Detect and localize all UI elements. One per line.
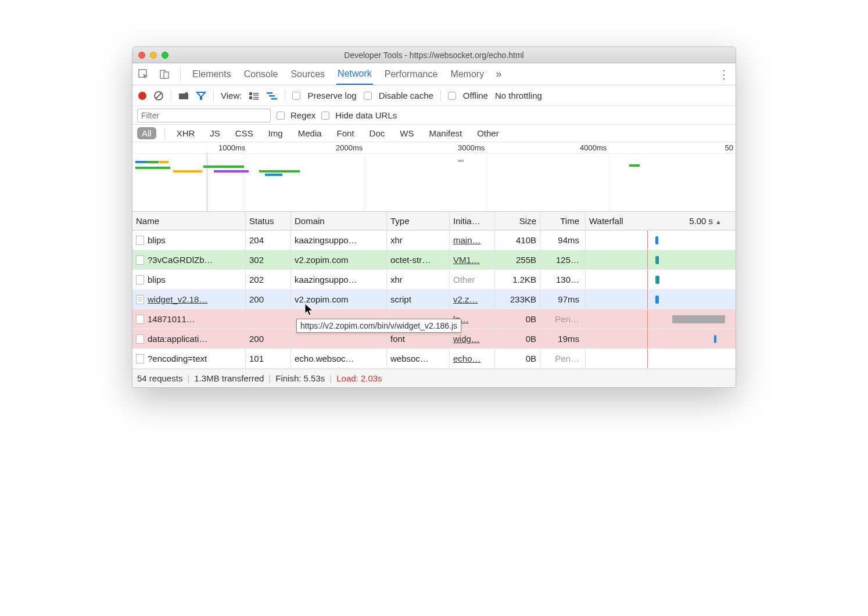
regex-checkbox[interactable] (277, 111, 285, 120)
view-waterfall-icon[interactable] (266, 92, 278, 100)
type-filter-row: AllXHRJSCSSImgMediaFontDocWSManifestOthe… (132, 125, 736, 142)
status-requests: 54 requests (137, 373, 182, 383)
disable-cache-label[interactable]: Disable cache (379, 91, 433, 100)
table-header: Name Status Domain Type Initia… Size Tim… (132, 212, 736, 230)
column-initiator[interactable]: Initia… (450, 212, 495, 230)
preserve-log-checkbox[interactable] (292, 92, 300, 100)
waterfall-cell (586, 270, 725, 289)
inspect-element-icon[interactable] (138, 69, 149, 80)
hover-tooltip: https://v2.zopim.com/bin/v/widget_v2.186… (296, 319, 461, 333)
tick-label: 2000ms (336, 143, 363, 152)
mouse-cursor-icon (304, 303, 315, 317)
minimize-window-button[interactable] (150, 52, 157, 59)
capture-screenshots-icon[interactable] (178, 92, 189, 100)
tab-network[interactable]: Network (336, 63, 373, 85)
disable-cache-checkbox[interactable] (364, 92, 372, 100)
table-row[interactable]: blips202kaazingsuppo…xhrOther1.2KB130… (132, 270, 736, 290)
waterfall-cell (586, 230, 725, 250)
divider (285, 90, 285, 102)
devtools-window: Developer Tools - https://websocket.org/… (132, 46, 736, 388)
titlebar: Developer Tools - https://websocket.org/… (132, 47, 736, 63)
request-name: data:applicati… (148, 334, 207, 344)
type-filter-media[interactable]: Media (295, 127, 325, 139)
table-row[interactable]: blips204kaazingsuppo…xhrmain…410B94ms (132, 230, 736, 250)
type-filter-doc[interactable]: Doc (366, 127, 389, 139)
type-filter-css[interactable]: CSS (232, 127, 257, 139)
column-waterfall[interactable]: Waterfall 5.00 s▲ (586, 212, 725, 230)
svg-rect-9 (253, 95, 259, 96)
settings-kebab-icon[interactable]: ⋮ (718, 67, 730, 81)
request-name: 14871011… (148, 314, 195, 324)
divider (180, 68, 181, 81)
offline-checkbox[interactable] (448, 92, 456, 100)
file-icon (136, 236, 144, 245)
file-icon (136, 334, 144, 344)
filter-icon[interactable] (196, 91, 206, 101)
table-row[interactable]: widget_v2.18…200v2.zopim.comscriptv2.z…2… (132, 290, 736, 309)
close-window-button[interactable] (138, 52, 145, 59)
window-title: Developer Tools - https://websocket.org/… (132, 51, 736, 60)
type-filter-manifest[interactable]: Manifest (425, 127, 465, 139)
filter-input[interactable] (137, 109, 271, 123)
svg-rect-10 (249, 96, 252, 99)
divider (171, 90, 171, 102)
type-filter-font[interactable]: Font (333, 127, 358, 139)
overview-ticks: 1000ms 2000ms 3000ms 4000ms 50 (132, 142, 736, 154)
status-finish: Finish: 5.53s (275, 373, 325, 383)
timeline-overview[interactable]: 1000ms 2000ms 3000ms 4000ms 50 (132, 142, 736, 212)
column-size[interactable]: Size (495, 212, 540, 230)
column-name[interactable]: Name (132, 212, 246, 230)
column-domain[interactable]: Domain (291, 212, 387, 230)
waterfall-cell (586, 329, 725, 348)
divider (213, 90, 214, 102)
tab-console[interactable]: Console (243, 64, 279, 84)
tab-memory[interactable]: Memory (449, 64, 485, 84)
type-filter-other[interactable]: Other (474, 127, 503, 139)
tab-sources[interactable]: Sources (289, 64, 326, 84)
request-name: ?3vCaGRDlZb… (148, 255, 213, 265)
svg-rect-5 (179, 93, 188, 99)
tabs-overflow-button[interactable]: » (496, 68, 501, 80)
preserve-log-label[interactable]: Preserve log (307, 91, 356, 100)
svg-rect-15 (271, 98, 277, 100)
file-icon (136, 295, 144, 304)
svg-rect-2 (164, 72, 168, 78)
table-row[interactable]: ?3vCaGRDlZb…302v2.zopim.comoctet-str…VM1… (132, 250, 736, 270)
status-bar: 54 requests | 1.3MB transferred | Finish… (132, 369, 736, 387)
tab-performance[interactable]: Performance (383, 64, 439, 84)
device-toolbar-icon[interactable] (159, 69, 170, 80)
column-status[interactable]: Status (246, 212, 291, 230)
traffic-lights (138, 52, 168, 59)
throttling-select[interactable]: No throttling (495, 91, 542, 100)
network-toolbar: View: Preserve log Disable cache Offline… (132, 85, 736, 106)
svg-line-4 (156, 93, 162, 99)
record-button[interactable] (138, 92, 146, 100)
offline-label[interactable]: Offline (463, 91, 488, 100)
svg-rect-11 (253, 97, 259, 98)
devtools-tabs: Elements Console Sources Network Perform… (132, 63, 736, 85)
table-row[interactable]: ?encoding=text101echo.websoc…websoc…echo… (132, 349, 736, 369)
file-icon (136, 275, 144, 284)
file-icon (136, 315, 144, 324)
regex-label[interactable]: Regex (290, 110, 315, 120)
column-type[interactable]: Type (387, 212, 450, 230)
request-name: ?encoding=text (148, 354, 207, 363)
hide-data-urls-checkbox[interactable] (321, 111, 329, 120)
file-icon (136, 255, 144, 265)
clear-button[interactable] (153, 91, 164, 101)
tab-elements[interactable]: Elements (191, 64, 232, 84)
column-time[interactable]: Time (540, 212, 586, 230)
hide-data-urls-label[interactable]: Hide data URLs (335, 110, 397, 120)
maximize-window-button[interactable] (162, 52, 168, 59)
type-filter-all[interactable]: All (137, 127, 156, 139)
waterfall-cell (586, 309, 725, 329)
type-filter-ws[interactable]: WS (396, 127, 417, 139)
type-filter-js[interactable]: JS (206, 127, 224, 139)
svg-rect-12 (253, 99, 259, 100)
type-filter-xhr[interactable]: XHR (173, 127, 199, 139)
view-large-icon[interactable] (249, 92, 259, 100)
waterfall-cell (586, 349, 725, 368)
filter-row: Regex Hide data URLs (132, 106, 736, 125)
request-name-link[interactable]: widget_v2.18… (148, 294, 207, 304)
type-filter-img[interactable]: Img (265, 127, 286, 139)
